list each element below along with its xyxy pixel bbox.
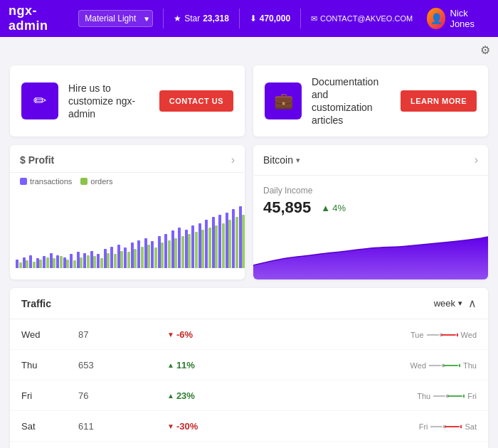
legend-transactions-label: transactions — [30, 177, 72, 186]
svg-point-3 — [456, 333, 458, 337]
traffic-table: Wed 87 ▼ -6% Tue Wed — [10, 319, 488, 448]
traffic-day-1: Thu — [10, 350, 67, 380]
traffic-day-2: Fri — [10, 380, 67, 411]
download-count: 470,000 — [260, 14, 290, 23]
contact-info[interactable]: ✉ CONTACT@AKVEO.COM — [311, 14, 413, 23]
spark-to-label: Wed — [461, 331, 477, 339]
bitcoin-income-section: Daily Income 45,895 ▲ 4% — [253, 176, 488, 223]
docs-title: Documentation and customization articles — [312, 76, 378, 126]
bitcoin-card: Bitcoin ▾ › Daily Income 45,895 ▲ 4% — [253, 145, 488, 279]
traffic-value-3: 611 — [67, 411, 156, 442]
contact-us-button[interactable]: CONTACT US — [159, 90, 233, 112]
spark-from-label: Fri — [419, 422, 428, 431]
traffic-value-1: 653 — [67, 350, 156, 380]
traffic-change-2: ▲ 23% — [156, 380, 280, 411]
down-arrow-icon: ▼ — [167, 422, 174, 430]
learn-more-button[interactable]: LEARN MORE — [401, 90, 477, 112]
contact-email: CONTACT@AKVEO.COM — [320, 14, 413, 23]
traffic-day-0: Wed — [10, 319, 67, 350]
traffic-change-3: ▼ -30% — [156, 411, 280, 442]
traffic-spark-3: Fri Sat — [280, 411, 488, 442]
hire-banner: ✏ Hire us to customize ngx-admin CONTACT… — [10, 65, 245, 137]
collapse-icon[interactable]: ∧ — [468, 297, 477, 310]
table-row: Sat 611 ▼ -30% Fri Sat — [10, 411, 488, 442]
docs-icon-box: 💼 — [265, 82, 302, 119]
traffic-value-0: 87 — [67, 319, 156, 350]
star-stat[interactable]: ★ Star 23,318 — [174, 14, 229, 23]
profit-legend: transactions orders — [10, 173, 245, 190]
week-dropdown-icon: ▾ — [458, 299, 462, 308]
table-row: Sun 571 ▲ 19% Sat Sun — [10, 442, 488, 449]
traffic-spark-4: Sat Sun — [280, 442, 488, 449]
user-info[interactable]: 👤 Nick Jones — [427, 8, 489, 29]
settings-icon[interactable]: ⚙ — [472, 37, 498, 63]
user-name: Nick Jones — [450, 8, 489, 29]
theme-select[interactable]: Material Light — [78, 10, 153, 27]
hire-title: Hire us to customize ngx-admin — [68, 82, 135, 119]
week-label: week — [434, 298, 455, 309]
down-arrow-icon: ▼ — [167, 331, 174, 338]
income-change-pct: 4% — [332, 203, 346, 213]
star-label: Star — [184, 14, 200, 23]
traffic-spark-1: Wed Thu — [280, 350, 488, 380]
bitcoin-dropdown-icon: ▾ — [296, 156, 300, 165]
bitcoin-selector[interactable]: Bitcoin ▾ — [263, 154, 300, 166]
traffic-day-3: Sat — [10, 411, 67, 442]
spark-to-label: Thu — [463, 361, 477, 370]
legend-orders: orders — [80, 177, 112, 186]
income-change: ▲ 4% — [321, 203, 346, 213]
spark-from-label: Tue — [410, 331, 424, 339]
download-icon: ⬇ — [250, 14, 257, 23]
bitcoin-header: Bitcoin ▾ › — [253, 145, 488, 176]
traffic-value-4: 571 — [67, 442, 156, 449]
header: ngx-admin Material Light ▾ ★ Star 23,318… — [0, 0, 498, 37]
bitcoin-next-icon[interactable]: › — [475, 154, 478, 166]
legend-transactions-dot — [20, 178, 27, 185]
table-row: Wed 87 ▼ -6% Tue Wed — [10, 319, 488, 350]
income-value: 45,895 — [263, 198, 311, 217]
hire-icon-box: ✏ — [21, 82, 58, 119]
avatar: 👤 — [427, 8, 445, 29]
docs-text: Documentation and customization articles — [312, 75, 391, 127]
legend-orders-label: orders — [90, 177, 112, 186]
star-icon: ★ — [174, 14, 181, 23]
week-selector[interactable]: week ▾ — [434, 298, 462, 309]
traffic-change-4: ▲ 19% — [156, 442, 280, 449]
traffic-title: Traffic — [21, 298, 51, 309]
profit-header: $ Profit › — [10, 145, 245, 173]
profit-title: $ Profit — [20, 154, 54, 166]
income-label: Daily Income — [263, 186, 478, 196]
header-divider — [163, 9, 164, 28]
table-row: Fri 76 ▲ 23% Thu Fri — [10, 380, 488, 411]
traffic-day-4: Sun — [10, 442, 67, 449]
docs-banner: 💼 Documentation and customization articl… — [253, 65, 488, 137]
traffic-value-2: 76 — [67, 380, 156, 411]
logo: ngx-admin — [9, 4, 68, 33]
traffic-change-1: ▲ 11% — [156, 350, 280, 380]
header-divider3 — [300, 9, 301, 28]
hire-text: Hire us to customize ngx-admin — [68, 82, 149, 120]
traffic-spark-2: Thu Fri — [280, 380, 488, 411]
spark-from-label: Wed — [410, 361, 426, 370]
svg-point-15 — [460, 425, 462, 429]
table-row: Thu 653 ▲ 11% Wed Thu — [10, 350, 488, 380]
download-stat[interactable]: ⬇ 470,000 — [250, 14, 290, 23]
svg-point-11 — [462, 394, 465, 398]
bitcoin-chart — [253, 223, 488, 279]
banner-row: ✏ Hire us to customize ngx-admin CONTACT… — [10, 65, 488, 137]
middle-row: $ Profit › transactions orders (function… — [10, 145, 488, 279]
traffic-spark-0: Tue Wed — [280, 319, 488, 350]
profit-next-icon[interactable]: › — [231, 154, 235, 166]
header-divider2 — [239, 9, 240, 28]
traffic-card: Traffic week ▾ ∧ Wed 87 ▼ -6% Tue — [10, 288, 488, 448]
spark-to-label: Fri — [467, 392, 477, 400]
theme-selector[interactable]: Material Light ▾ — [78, 10, 153, 27]
bitcoin-label: Bitcoin — [263, 154, 293, 166]
profit-card: $ Profit › transactions orders (function… — [10, 145, 245, 279]
spark-to-label: Sat — [465, 422, 477, 431]
email-icon: ✉ — [311, 14, 317, 23]
traffic-header: Traffic week ▾ ∧ — [10, 288, 488, 319]
traffic-change-0: ▼ -6% — [156, 319, 280, 350]
up-arrow-icon: ▲ — [167, 392, 174, 400]
profit-chart: (function() { const heights = [ [8,5],[1… — [10, 190, 245, 274]
